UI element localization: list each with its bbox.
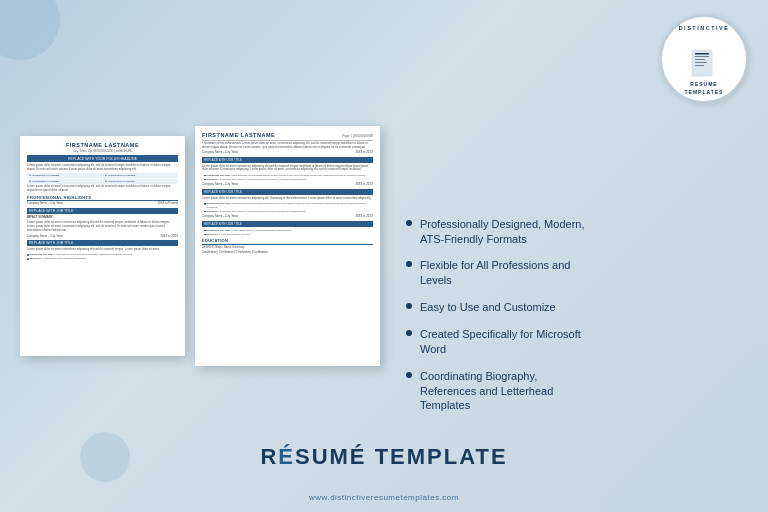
bullet-dot-1 [406,220,412,226]
feature-item-1: Professionally Designed, Modern, ATS-Fri… [406,217,748,247]
badge-text-resume: RESUME [690,81,717,87]
badge-circle: DISTINCTIVE RESUME TEMPLATES [660,15,748,103]
bullet-row-2: RESULTS: Lorem ipsum dolor sit amet cons… [27,257,178,261]
r-bullet-2 [204,179,206,181]
r-bullet-text-2: RESULTS: What were the results? Lorem ip… [207,178,307,182]
resume-right-summary: • Summary of this achievement. Lorem ips… [202,142,373,150]
page-title-rest: SUMÉ TEMPLATE [295,444,508,469]
badge-text-templates: TEMPLATES [685,89,724,95]
feature-item-5: Coordinating Biography, References and L… [406,369,748,414]
bullet-row-1: PROBLEM SOLVED: Lorem ipsum dolor sit am… [27,253,178,257]
feature-item-2: Flexible for All Professions and Levels [406,258,748,288]
resume-right-edu-desc: DEGREE, Major, Name University [202,246,373,250]
r-bullet-row-6: RESULTS: Lorem ipsum dolor sit amet. [204,233,373,237]
resume-right-job3-title: REPLACE WITH JOB TITLE [202,221,373,227]
resume-left-body1: Lorem ipsum dolor sit amet, consectetur … [27,164,178,172]
r-bullet-3 [204,203,206,205]
resume-left-job2: Company Name – City, State20XX to 20XX [27,235,178,239]
svg-rect-5 [695,65,704,66]
bullet-1 [27,254,29,256]
feature-text-4: Created Specifically for Microsoft Word [420,327,590,357]
resume-left-job2-title: REPLACE WITH JOB TITLE [27,240,178,246]
r-bullet-5 [204,230,206,232]
resume-left-job1: Company Name – City, State20XX to Presen… [27,202,178,206]
r-bullet-text-5: PROBLEM SOLVED: Lorem ipsum dolor sit am… [207,229,292,233]
resume-right-job1-title: REPLACE WITH JOB TITLE [202,157,373,163]
badge-text-distinctive: DISTINCTIVE [679,25,730,31]
resume-left-job1-desc: Lorem ipsum dolor sit amet consectetur a… [27,221,178,233]
r-bullet-text-4: RESULTS: What were the results? Lorem ip… [207,210,306,214]
resume-left-headline: REPLACE WITH YOUR FOCUS HEADLINE [27,155,178,162]
bullet-dot-4 [406,330,412,336]
bullet-dot-3 [406,303,412,309]
r-bullet-text-6: RESULTS: Lorem ipsum dolor sit amet. [207,233,251,237]
resume-right-job2-info: Company Name – City, State20XX to 20XX [202,183,373,187]
resume-left-body2: Lorem ipsum dolor sit amet, consectetur … [27,185,178,193]
r-bullet-text-3: PROBLEM SOLVED: What problem did this ac… [207,202,374,209]
features-list: Professionally Designed, Modern, ATS-Fri… [396,217,748,425]
r-bullet-6 [204,234,206,236]
title-bar: RÉSUMÉ TEMPLATE [0,444,768,470]
bullet-2 [27,258,29,260]
resume-right-name: FIRSTNAME LASTNAME [202,132,275,138]
resume-right-job3-info: Company Name – City, State20XX to 20XX [202,215,373,219]
r-bullet-row-2: RESULTS: What were the results? Lorem ip… [204,178,373,182]
feature-text-3: Easy to Use and Customize [420,300,556,315]
right-panel: DISTINCTIVE RESUME TEMPLATES Professiona… [396,87,748,425]
resume-highlight-2: ► Qualification or Highlight [103,173,178,178]
feature-item-4: Created Specifically for Microsoft Word [406,327,748,357]
feature-item-3: Easy to Use and Customize [406,300,748,315]
resume-right-job1-desc: Lorem ipsum dolor sit amet consectetur a… [202,165,373,173]
bullet-text-1: PROBLEM SOLVED: Lorem ipsum dolor sit am… [30,253,133,257]
resume-card-left[interactable]: FIRSTNAME LASTNAME City, Town, Zip | 800… [20,136,185,356]
page-title-r: R [260,444,278,469]
r-bullet-1 [204,175,206,177]
resume-right-job2-desc: Lorem ipsum dolor sit amet consectetur a… [202,197,373,201]
svg-rect-3 [695,59,705,60]
resume-right-job1-info: Company Name – City, State20XX to 20XX [202,151,373,155]
svg-rect-4 [695,62,707,63]
resume-previews: FIRSTNAME LASTNAME City, Town, Zip | 800… [20,136,380,366]
r-bullet-row-1: PROBLEM SOLVED: What problem did this ac… [204,174,373,178]
main-container: FIRSTNAME LASTNAME City, Town, Zip | 800… [0,0,768,512]
feature-text-5: Coordinating Biography, References and L… [420,369,590,414]
resume-left-job2-desc: Lorem ipsum dolor sit amet consectetur a… [27,248,178,252]
resume-left-job1-impact: IMPACT SUMMARY: [27,216,178,220]
resume-left-contact: City, Town, Zip | 800-000-0000 | email/I… [27,149,178,153]
resume-card-right[interactable]: FIRSTNAME LASTNAME Page 1 | 800-000-0000… [195,126,380,366]
svg-rect-1 [695,53,709,55]
bullet-text-2: RESULTS: Lorem ipsum dolor sit amet cons… [30,257,87,261]
bullet-dot-2 [406,261,412,267]
r-bullet-text-1: PROBLEM SOLVED: What problem did this ac… [207,174,366,178]
feature-text-1: Professionally Designed, Modern, ATS-Fri… [420,217,590,247]
resume-left-job1-title: REPLACE WITH JOB TITLE [27,208,178,214]
resume-left-highlights-grid: ► Qualification or Highlight ► Qualifica… [27,173,178,184]
r-bullet-row-4: RESULTS: What were the results? Lorem ip… [204,210,373,214]
page-title: RÉSUMÉ TEMPLATE [0,444,768,470]
feature-text-2: Flexible for All Professions and Levels [420,258,590,288]
resume-left-name: FIRSTNAME LASTNAME [27,142,178,148]
website-bar: www.distinctiveresumetemplates.com [0,493,768,502]
resume-right-job2-title: REPLACE WITH JOB TITLE [202,189,373,195]
r-bullet-row-5: PROBLEM SOLVED: Lorem ipsum dolor sit am… [204,229,373,233]
badge-resume-icon [687,48,721,78]
resume-right-edu-certs: Certification | Certification | Certific… [202,251,373,255]
badge-area: DISTINCTIVE RESUME TEMPLATES [660,15,750,105]
resume-highlight-1: ► Qualification or Highlight [27,173,102,178]
r-bullet-row-3: PROBLEM SOLVED: What problem did this ac… [204,202,373,209]
bullet-dot-5 [406,372,412,378]
resume-right-page: Page 1 | 800-000-0000 [342,134,373,138]
page-title-accent: É [278,444,295,469]
website-text: www.distinctiveresumetemplates.com [309,493,459,502]
svg-rect-2 [695,56,709,57]
resume-right-education: EDUCATION [202,238,373,245]
r-bullet-4 [204,211,206,213]
